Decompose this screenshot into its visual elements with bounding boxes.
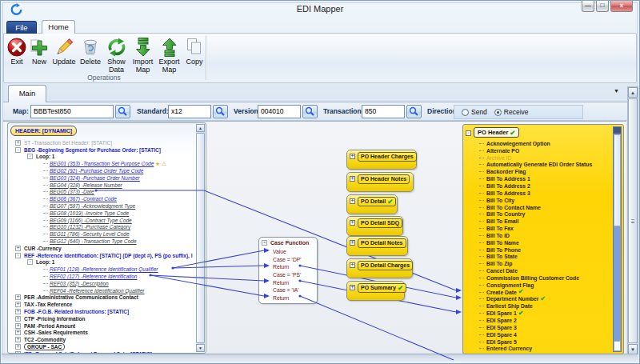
scroll-down-button[interactable]	[614, 341, 621, 351]
version-input[interactable]: 004010	[258, 105, 301, 118]
collapse-icon[interactable]: -	[262, 240, 267, 246]
po-field-row[interactable]: EDI Spare 5	[479, 338, 610, 346]
case-function-item[interactable]: Case = 'IA'	[259, 286, 317, 294]
case-function-item[interactable]: Return	[259, 278, 317, 286]
po-field-row[interactable]: Department Number✔	[479, 296, 610, 303]
update-button[interactable]: Update	[50, 34, 78, 74]
scrollbar-thumb[interactable]	[614, 134, 621, 226]
case-function-item[interactable]: Value	[259, 248, 317, 256]
tree-row[interactable]: +ST -Transaction Set Header: [STATIC]	[15, 139, 194, 146]
expand-icon[interactable]: +	[350, 198, 355, 204]
po-field-row[interactable]: EDI Spare 4	[479, 331, 610, 338]
expand-icon[interactable]: +	[15, 316, 21, 322]
map-lookup-button[interactable]	[115, 105, 130, 118]
exit-button[interactable]: Exit	[6, 34, 28, 74]
main-scrollbar[interactable]: ▲ ▼	[627, 86, 638, 355]
tree-row[interactable]: BEG05 (373) -Date	[43, 189, 194, 196]
expand-icon[interactable]: +	[15, 323, 21, 329]
target-box-po-header-charges[interactable]: +PO Header Charges	[346, 150, 417, 170]
tree-row[interactable]: -BEG -Beginning Segment for Purchase Ord…	[15, 146, 194, 154]
case-function-item[interactable]: Return	[259, 294, 317, 302]
tree-row[interactable]: BEG10 (1232) -Purchase Category	[43, 224, 194, 231]
map-input[interactable]: BBBTest850	[30, 105, 114, 118]
scroll-up-button[interactable]: ▲	[628, 87, 638, 98]
po-field-row[interactable]: Bill To State	[479, 254, 610, 261]
expand-icon[interactable]: +	[15, 294, 21, 300]
target-box-po-header-notes[interactable]: +PO Header Notes	[346, 172, 414, 192]
scroll-down-button[interactable]: ▼	[196, 344, 205, 352]
po-field-row[interactable]: Excise ID	[479, 352, 610, 354]
tree-row[interactable]: BEG01 (353) -Transaction Set Purpose Cod…	[43, 160, 194, 167]
collapse-icon[interactable]: -	[27, 259, 33, 265]
tree-row[interactable]: BEG02 (92) -Purchase Order Type Code	[43, 167, 194, 174]
expand-icon[interactable]: +	[350, 220, 355, 226]
new-button[interactable]: New	[28, 34, 50, 74]
expand-icon[interactable]: +	[15, 140, 21, 146]
po-field-row[interactable]: Consignment Flag	[479, 282, 610, 289]
po-field-row[interactable]: Acknowlegement Option	[479, 140, 610, 147]
tree-row[interactable]: +PAM -Period Amount	[15, 322, 194, 330]
target-box-po-detail-notes[interactable]: +PO Detail Notes	[346, 236, 408, 256]
po-field-row[interactable]: EDI Spare 1✔	[479, 310, 610, 317]
tree-row[interactable]: +TC2 -Commodity	[15, 336, 194, 343]
tree-row[interactable]: BEG12 (640) -Transaction Type Code	[43, 238, 194, 245]
expand-icon[interactable]: +	[350, 154, 355, 159]
tree-row[interactable]: BEG07 (587) -Acknowledgment Type	[43, 202, 194, 210]
po-field-row[interactable]: Bill To Contact Name	[479, 204, 610, 211]
tree-row[interactable]: REF03 (352) -Description	[43, 280, 194, 287]
transaction-input[interactable]: 850	[362, 105, 405, 118]
standard-lookup-button[interactable]	[213, 105, 228, 118]
po-field-row[interactable]: Bill To Email	[479, 218, 610, 225]
target-box-po-detail[interactable]: +PO Detail✔	[346, 194, 398, 214]
tree-row[interactable]: BEG09 (1166) -Contract Type Code	[43, 217, 194, 224]
expand-icon[interactable]: +	[15, 330, 21, 335]
po-field-row[interactable]: Bill To Zip	[479, 260, 610, 267]
tree-row[interactable]: -Loop: 1	[27, 259, 194, 266]
po-header-scrollbar[interactable]	[613, 126, 622, 352]
tree-row[interactable]: BEG03 (324) -Purchase Order Number	[43, 174, 194, 182]
standard-input[interactable]: x12	[168, 105, 211, 118]
tree-row[interactable]: +TAX -Tax Reference	[15, 301, 194, 308]
import-map-button[interactable]: Import Map	[130, 34, 156, 74]
receive-radio[interactable]	[494, 109, 502, 116]
send-radio[interactable]	[462, 109, 469, 116]
target-box-po-detail-charges[interactable]: +PO Detail Charges	[346, 258, 413, 278]
tree-row[interactable]: +CUR -Currency	[15, 245, 194, 252]
po-field-row[interactable]: Bill To Address 2	[479, 182, 610, 190]
close-button[interactable]: x	[610, 1, 633, 12]
tree-row[interactable]: BEG08 (1019) -Invoice Type Code	[43, 210, 194, 217]
expand-icon[interactable]: +	[15, 344, 21, 350]
po-field-row[interactable]: Bill To City	[479, 197, 610, 204]
expand-icon[interactable]: +	[15, 337, 21, 342]
target-box-po-detail-sdq[interactable]: +PO Detail SDQ	[346, 216, 403, 236]
collapse-icon[interactable]: -	[15, 147, 21, 153]
case-function-item[interactable]: Case = 'DP'	[259, 256, 317, 264]
show-data-button[interactable]: Show Data	[103, 34, 130, 74]
tree-row[interactable]: BEG06 (367) -Contract Code	[43, 195, 194, 202]
po-field-row[interactable]: Archive ID	[479, 154, 610, 162]
tree-row[interactable]: REF02 (127) -Reference Identification	[43, 273, 194, 280]
collapse-icon[interactable]: -	[15, 253, 21, 258]
maximize-button[interactable]: □	[596, 1, 609, 12]
po-field-row[interactable]: Bill To Address 1	[479, 175, 610, 182]
tree-row[interactable]: +ITD -Terms of Sale/Deferred Terms of Sa…	[15, 350, 194, 353]
po-field-row[interactable]: Bill To Country	[479, 210, 610, 218]
expand-icon[interactable]: +	[350, 262, 355, 268]
minimize-button[interactable]: —	[582, 1, 594, 12]
expand-icon[interactable]: +	[15, 246, 21, 251]
version-lookup-button[interactable]	[302, 105, 318, 118]
case-function-box[interactable]: -Case Function ValueCase = 'DP'ReturnCas…	[258, 237, 318, 304]
export-map-button[interactable]: Export Map	[156, 34, 182, 74]
collapse-icon[interactable]: -	[27, 154, 33, 159]
file-tab[interactable]: File	[6, 21, 37, 34]
po-field-row[interactable]: Bill To Name	[479, 239, 610, 246]
scroll-up-button[interactable]: ▲	[196, 124, 205, 132]
po-field-row[interactable]: Backorder Flag	[479, 168, 610, 175]
header-dynamic-chip[interactable]: HEADER: [DYNAMIC]	[10, 126, 77, 136]
po-field-row[interactable]: Bill To ID	[479, 232, 610, 239]
expand-icon[interactable]: +	[15, 309, 21, 314]
po-field-row[interactable]: Alternate PO	[479, 147, 610, 154]
expand-icon[interactable]: +	[350, 176, 355, 182]
po-field-row[interactable]: Commission Billing Customer Code	[479, 274, 610, 282]
po-header-title[interactable]: PO Header✔	[474, 127, 519, 138]
